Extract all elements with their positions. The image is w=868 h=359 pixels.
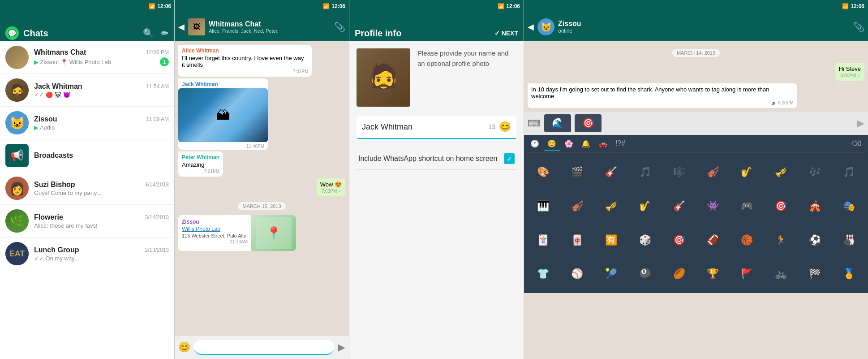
attach-icon-zissou[interactable]: 📎 (853, 22, 864, 32)
message-jack-image: Jack Whitman 🏔 11:40PM (178, 78, 268, 150)
chat-header-sub: Alice, Francis, Jack, Ned, Peter, (209, 28, 331, 34)
time-peter-1: 7:01PM (182, 169, 219, 174)
emoji-violin[interactable]: 🎻 (696, 156, 730, 189)
back-button[interactable]: ◀ (178, 22, 185, 32)
chat-header-avatar: 🖼 (188, 18, 205, 35)
header-icons: 🔍 ✏ (143, 28, 169, 39)
profile-name-input[interactable] (362, 122, 488, 132)
emoji-tab-symbols[interactable]: !?# (612, 138, 629, 151)
emoji-cards[interactable]: 🃏 (527, 224, 560, 257)
emoji-circus[interactable]: 🎪 (798, 190, 831, 223)
emoji-trumpet2[interactable]: 🎺 (595, 190, 628, 223)
chat-name-zissou: Zissou (34, 115, 57, 123)
emoji-theater[interactable]: 🎭 (832, 190, 865, 223)
chat-item-whitmans[interactable]: Whitmans Chat 12:06 PM ▶ Zissou: 📍 Willi… (0, 41, 174, 74)
emoji-medal[interactable]: 🏅 (832, 257, 865, 290)
next-button[interactable]: ✓ NEXT (494, 30, 518, 37)
emoji-violin2[interactable]: 🎻 (561, 190, 594, 223)
location-info: Zissou Willis Photo Lab 115 Webster Stre… (178, 215, 251, 251)
emoji-trophy[interactable]: 🏆 (696, 257, 730, 290)
emoji-dice[interactable]: 🎲 (628, 224, 662, 257)
emoji-mahjong[interactable]: 🀄 (561, 224, 594, 257)
profile-avatar[interactable]: 🧔 (357, 48, 410, 107)
time-wow: 7:03PM ✓ (320, 189, 342, 194)
emoji-sax[interactable]: 🎷 (730, 156, 764, 189)
emoji-notes2[interactable]: 🎵 (832, 156, 865, 189)
emoji-dart[interactable]: 🎯 (765, 190, 798, 223)
chat-item-jack[interactable]: 🧔 Jack Whitman 11:54 AM ✓✓ 🔴 🐼 😈 (0, 74, 174, 107)
chat-item-lunch[interactable]: EAT Lunch Group 2/13/2013 ✓✓ On my way..… (0, 238, 174, 270)
chat-item-zissou[interactable]: 😺 Zissou 11:09 AM ▶ Audio (0, 107, 174, 139)
emoji-rugby[interactable]: 🏉 (662, 257, 696, 290)
profile-header: Profile info ✓ NEXT (349, 13, 524, 41)
emoji-guitar2[interactable]: 🎸 (662, 190, 696, 223)
emoji-tab-nature[interactable]: 🌸 (561, 138, 577, 151)
sender-jack: Jack Whitman (178, 78, 268, 87)
emoji-tab-delete[interactable]: ⌫ (848, 138, 865, 151)
chat-preview-suzi: Guys! Come to my party... (34, 190, 169, 196)
sticker-wave[interactable]: 🌊 (544, 114, 571, 132)
search-icon[interactable]: 🔍 (143, 28, 154, 39)
emoji-soccer[interactable]: ⚽ (798, 224, 831, 257)
signal-icon-p2: 📶 (323, 3, 330, 9)
emoji-flag[interactable]: 🚩 (730, 257, 764, 290)
compose-icon[interactable]: ✏ (161, 28, 169, 39)
sticker-target[interactable]: 🎯 (575, 114, 602, 132)
emoji-piano[interactable]: 🎹 (527, 190, 560, 223)
chat-time-zissou: 11:09 AM (146, 116, 169, 122)
emoji-tab-recent[interactable]: 🕐 (527, 138, 543, 151)
time-alice-1: 7:01PM (182, 69, 308, 74)
profile-top: 🧔 Please provide your name and an option… (357, 48, 516, 107)
message-input[interactable] (194, 340, 334, 355)
chat-badge-whitmans: 1 (160, 57, 169, 66)
emoji-billiards[interactable]: 🎱 (628, 257, 662, 290)
emoji-bike[interactable]: 🚲 (765, 257, 798, 290)
send-button-zissou[interactable]: ▶ (857, 117, 864, 129)
emoji-movie[interactable]: 🎬 (561, 156, 594, 189)
zissou-header: ◀ 😺 Zissou online 📎 (524, 13, 868, 41)
back-button-zissou[interactable]: ◀ (528, 22, 534, 32)
chat-item-suzi[interactable]: 👩 Suzi Bishop 3/14/2013 Guys! Come to my… (0, 172, 174, 205)
avatar-flowerie: 🌿 (5, 209, 29, 233)
sticker-area: 🌊 🎯 (544, 114, 853, 132)
emoji-notes[interactable]: 🎶 (798, 156, 831, 189)
emoji-note1[interactable]: 🎵 (628, 156, 662, 189)
emoji-football[interactable]: 🏈 (696, 224, 730, 257)
emoji-face-icon[interactable]: 😊 (499, 121, 511, 133)
emoji-controller[interactable]: 🎮 (730, 190, 764, 223)
emoji-basketball[interactable]: 🏀 (730, 224, 764, 257)
emoji-shirt[interactable]: 👕 (527, 257, 560, 290)
message-hiSteve: Hi Steve 6:00PM ✓ (835, 63, 864, 81)
attach-icon[interactable]: 📎 (334, 22, 345, 32)
emoji-tab-activities[interactable]: 🔔 (578, 138, 594, 151)
zissou-input-bar: ⌨ 🌊 🎯 ▶ (524, 112, 868, 135)
emoji-button[interactable]: 😊 (178, 342, 190, 353)
keyboard-icon[interactable]: ⌨ (528, 118, 541, 129)
time-p4: 12:06 (851, 3, 864, 9)
emoji-baseball[interactable]: ⚾ (561, 257, 594, 290)
chat-item-flowerie[interactable]: 🌿 Flowerie 3/14/2013 Alice: those are my… (0, 205, 174, 238)
chat-info-suzi: Suzi Bishop 3/14/2013 Guys! Come to my p… (34, 181, 169, 196)
location-name[interactable]: Willis Photo Lab (182, 226, 248, 232)
emoji-tab-smileys[interactable]: 😊 (544, 138, 560, 151)
emoji-tab-travel[interactable]: 🚗 (595, 138, 611, 151)
send-button[interactable]: ▶ (338, 342, 345, 353)
emoji-sax2[interactable]: 🎷 (628, 190, 662, 223)
chat-preview-zissou: ▶ Audio (34, 124, 169, 131)
emoji-game[interactable]: 👾 (696, 190, 730, 223)
emoji-tennis[interactable]: 🎾 (595, 257, 628, 290)
time-p3: 12:06 (506, 3, 520, 9)
shortcut-checkbox[interactable]: ✓ (504, 153, 515, 164)
profile-panel: 📶 12:06 Profile info ✓ NEXT 🧔 Please pro… (349, 0, 524, 359)
emoji-palette[interactable]: 🎨 (527, 156, 560, 189)
emoji-chinese[interactable]: 🈶 (595, 224, 628, 257)
emoji-bullseye[interactable]: 🎯 (662, 224, 696, 257)
emoji-sheet[interactable]: 🎼 (662, 156, 696, 189)
emoji-running[interactable]: 🏃 (765, 224, 798, 257)
emoji-trumpet[interactable]: 🎺 (765, 156, 798, 189)
chat-item-broadcasts[interactable]: 📢 Broadcasts (0, 139, 174, 172)
emoji-checkered[interactable]: 🏁 (798, 257, 831, 290)
chat-time-suzi: 3/14/2013 (145, 182, 169, 188)
emoji-guitar[interactable]: 🎸 (595, 156, 628, 189)
emoji-bowling[interactable]: 🎳 (832, 224, 865, 257)
